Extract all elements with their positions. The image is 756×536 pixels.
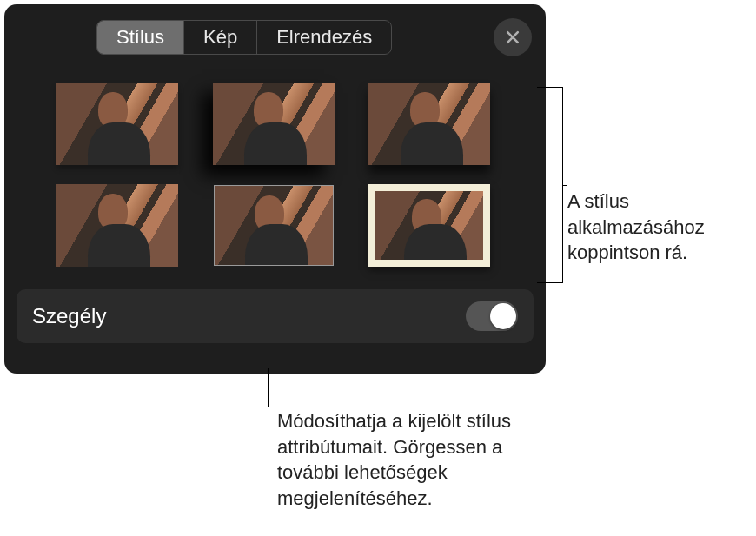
tab-bar: Stílus Kép Elrendezés [4,4,546,56]
close-icon [504,29,521,46]
callout-leader-bottom [268,368,269,407]
tab-style[interactable]: Stílus [97,21,184,54]
thumb-image [56,184,178,267]
thumb-image [56,83,178,165]
thumb-image [375,191,483,260]
style-thumb-4[interactable] [56,184,178,267]
thumb-image [213,83,335,165]
callout-leader-right [537,87,563,283]
style-thumb-1[interactable] [56,83,178,165]
callout-bottom: Módosíthatja a kijelölt stílus attribútu… [277,408,555,512]
tab-style-label: Stílus [116,26,164,49]
thumb-image [368,83,490,165]
segmented-control: Stílus Kép Elrendezés [96,20,392,55]
tab-layout[interactable]: Elrendezés [257,21,391,54]
format-panel: Stílus Kép Elrendezés Szegély [4,4,546,374]
style-thumb-2[interactable] [213,83,335,165]
tab-image-label: Kép [203,26,237,49]
border-label: Szegély [32,304,106,328]
style-thumb-3[interactable] [368,83,490,165]
style-thumb-5[interactable] [213,184,335,267]
tab-image[interactable]: Kép [184,21,257,54]
border-option-row: Szegély [17,289,534,343]
callout-right: A stílus alkalmazásához koppintson rá. [567,189,750,266]
styles-grid [4,56,546,284]
close-button[interactable] [494,18,532,56]
toggle-knob [490,303,516,329]
thumb-image [214,185,334,266]
border-toggle[interactable] [466,301,518,331]
style-thumb-6[interactable] [368,184,490,267]
tab-layout-label: Elrendezés [276,26,372,49]
